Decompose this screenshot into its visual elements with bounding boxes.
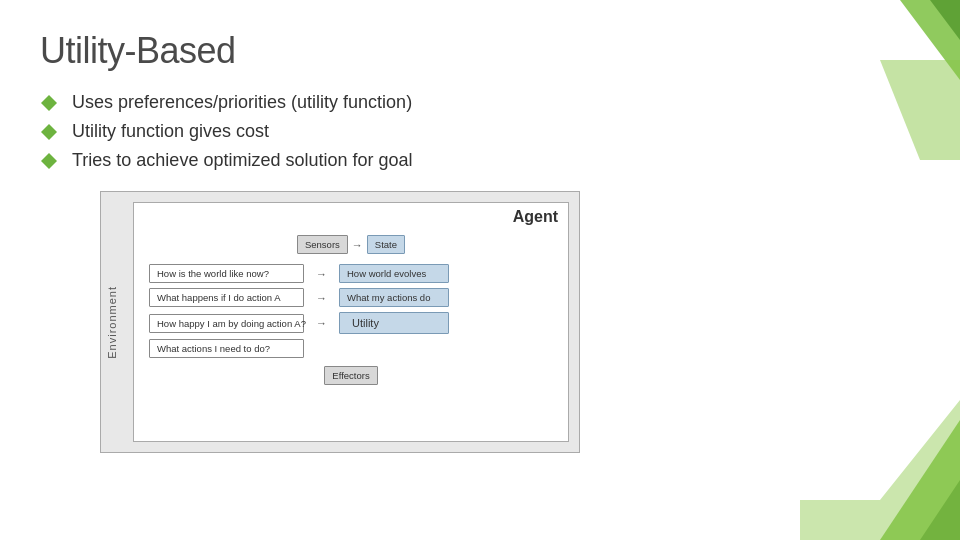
bullet-text-3: Tries to achieve optimized solution for …: [72, 150, 413, 171]
arrow-2: →: [316, 292, 327, 304]
arrow-1: →: [316, 268, 327, 280]
bullet-text-1: Uses preferences/priorities (utility fun…: [72, 92, 412, 113]
list-item: Utility function gives cost: [40, 121, 920, 142]
environment-label: Environment: [106, 286, 118, 359]
mid-row-1: How is the world like now? → How world e…: [149, 264, 558, 283]
actions-needed-box: What actions I need to do?: [149, 339, 304, 358]
sensors-box: Sensors: [297, 235, 348, 254]
bullet-diamond-3: [40, 152, 58, 170]
state-box: State: [367, 235, 405, 254]
svg-marker-8: [41, 153, 57, 169]
mid-row-3: How happy I am by doing action A? → Util…: [149, 312, 558, 334]
world-evolves-box: How world evolves: [339, 264, 449, 283]
world-like-now-box: How is the world like now?: [149, 264, 304, 283]
happy-action-box: How happy I am by doing action A?: [149, 314, 304, 333]
mid-row-4: What actions I need to do?: [149, 339, 558, 358]
bullet-diamond-2: [40, 123, 58, 141]
my-actions-do-box: What my actions do: [339, 288, 449, 307]
svg-marker-7: [41, 124, 57, 140]
bullet-diamond-1: [40, 94, 58, 112]
utility-box: Utility: [339, 312, 449, 334]
bullet-text-2: Utility function gives cost: [72, 121, 269, 142]
svg-marker-6: [41, 95, 57, 111]
diagram-wrapper: Environment Agent Sensors → State How is…: [100, 191, 920, 453]
sensors-row: Sensors → State: [144, 235, 558, 254]
page-title: Utility-Based: [40, 30, 920, 72]
action-a-box: What happens if I do action A: [149, 288, 304, 307]
state-arrow: →: [352, 239, 363, 251]
environment-label-wrapper: Environment: [101, 192, 123, 452]
middle-section: How is the world like now? → How world e…: [144, 264, 558, 358]
list-item: Uses preferences/priorities (utility fun…: [40, 92, 920, 113]
arrow-3: →: [316, 317, 327, 329]
list-item: Tries to achieve optimized solution for …: [40, 150, 920, 171]
svg-marker-4: [920, 480, 960, 540]
effectors-box: Effectors: [324, 366, 377, 385]
bullet-list: Uses preferences/priorities (utility fun…: [40, 92, 920, 171]
agent-box: Agent Sensors → State How is the world l…: [133, 202, 569, 442]
effectors-row: Effectors: [144, 366, 558, 385]
agent-label: Agent: [513, 208, 558, 226]
mid-row-2: What happens if I do action A → What my …: [149, 288, 558, 307]
diagram-container: Environment Agent Sensors → State How is…: [100, 191, 580, 453]
